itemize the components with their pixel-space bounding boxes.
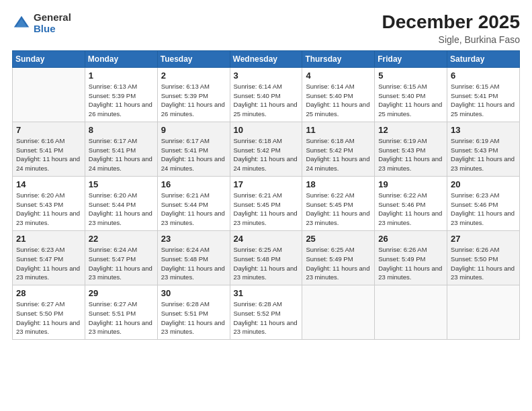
day-number: 28: [16, 288, 81, 298]
day-number: 26: [378, 234, 443, 244]
calendar-week-row: 28Sunrise: 6:27 AMSunset: 5:50 PMDayligh…: [13, 285, 520, 340]
calendar-weekday-wednesday: Wednesday: [230, 50, 302, 67]
calendar-table: SundayMondayTuesdayWednesdayThursdayFrid…: [12, 50, 520, 340]
calendar-cell: [447, 285, 520, 340]
calendar-week-row: 1Sunrise: 6:13 AMSunset: 5:39 PMDaylight…: [13, 67, 520, 122]
day-number: 29: [89, 288, 154, 298]
day-number: 13: [451, 125, 516, 135]
day-number: 19: [378, 179, 443, 189]
logo-general-text: General: [34, 12, 71, 24]
day-number: 6: [451, 71, 516, 81]
title-section: December 2025 Sigle, Burkina Faso: [382, 12, 520, 45]
calendar-cell: 22Sunrise: 6:24 AMSunset: 5:47 PMDayligh…: [85, 230, 157, 285]
calendar-week-row: 7Sunrise: 6:16 AMSunset: 5:41 PMDaylight…: [13, 122, 520, 176]
calendar-cell: 27Sunrise: 6:26 AMSunset: 5:50 PMDayligh…: [447, 230, 520, 285]
calendar-cell: 19Sunrise: 6:22 AMSunset: 5:46 PMDayligh…: [375, 176, 447, 230]
calendar-weekday-tuesday: Tuesday: [157, 50, 230, 67]
day-info: Sunrise: 6:25 AMSunset: 5:49 PMDaylight:…: [306, 245, 371, 282]
calendar-header-row: SundayMondayTuesdayWednesdayThursdayFrid…: [13, 50, 520, 67]
calendar-cell: 16Sunrise: 6:21 AMSunset: 5:44 PMDayligh…: [157, 176, 230, 230]
day-info: Sunrise: 6:13 AMSunset: 5:39 PMDaylight:…: [161, 82, 226, 119]
day-info: Sunrise: 6:17 AMSunset: 5:41 PMDaylight:…: [89, 136, 154, 173]
calendar-cell: [375, 285, 447, 340]
calendar-cell: 9Sunrise: 6:17 AMSunset: 5:41 PMDaylight…: [157, 122, 230, 176]
day-number: 7: [16, 125, 81, 135]
day-number: 8: [89, 125, 154, 135]
calendar-weekday-monday: Monday: [85, 50, 157, 67]
subtitle: Sigle, Burkina Faso: [382, 34, 520, 45]
day-info: Sunrise: 6:15 AMSunset: 5:40 PMDaylight:…: [378, 82, 443, 119]
calendar-cell: 13Sunrise: 6:19 AMSunset: 5:43 PMDayligh…: [447, 122, 520, 176]
day-number: 2: [161, 71, 226, 81]
day-info: Sunrise: 6:21 AMSunset: 5:44 PMDaylight:…: [161, 191, 226, 228]
day-number: 5: [378, 71, 443, 81]
day-number: 14: [16, 179, 81, 189]
calendar-weekday-friday: Friday: [375, 50, 447, 67]
calendar-cell: 21Sunrise: 6:23 AMSunset: 5:47 PMDayligh…: [13, 230, 85, 285]
day-info: Sunrise: 6:25 AMSunset: 5:48 PMDaylight:…: [234, 245, 299, 282]
calendar-cell: [13, 67, 85, 122]
day-number: 16: [161, 179, 226, 189]
day-info: Sunrise: 6:18 AMSunset: 5:42 PMDaylight:…: [306, 136, 371, 173]
day-info: Sunrise: 6:14 AMSunset: 5:40 PMDaylight:…: [306, 82, 371, 119]
logo-blue-text: Blue: [34, 24, 71, 35]
day-info: Sunrise: 6:28 AMSunset: 5:52 PMDaylight:…: [234, 300, 299, 336]
day-info: Sunrise: 6:19 AMSunset: 5:43 PMDaylight:…: [451, 136, 516, 173]
day-info: Sunrise: 6:20 AMSunset: 5:44 PMDaylight:…: [89, 191, 154, 228]
calendar-cell: 25Sunrise: 6:25 AMSunset: 5:49 PMDayligh…: [302, 230, 375, 285]
calendar-weekday-sunday: Sunday: [13, 50, 85, 67]
calendar-weekday-saturday: Saturday: [447, 50, 520, 67]
calendar-cell: 8Sunrise: 6:17 AMSunset: 5:41 PMDaylight…: [85, 122, 157, 176]
calendar-cell: 11Sunrise: 6:18 AMSunset: 5:42 PMDayligh…: [302, 122, 375, 176]
day-number: 18: [306, 179, 371, 189]
day-number: 4: [306, 71, 371, 81]
calendar-cell: 15Sunrise: 6:20 AMSunset: 5:44 PMDayligh…: [85, 176, 157, 230]
day-number: 11: [306, 125, 371, 135]
day-number: 30: [161, 288, 226, 298]
calendar-cell: 7Sunrise: 6:16 AMSunset: 5:41 PMDaylight…: [13, 122, 85, 176]
calendar-cell: 17Sunrise: 6:21 AMSunset: 5:45 PMDayligh…: [230, 176, 302, 230]
day-info: Sunrise: 6:22 AMSunset: 5:45 PMDaylight:…: [306, 191, 371, 228]
calendar-cell: 18Sunrise: 6:22 AMSunset: 5:45 PMDayligh…: [302, 176, 375, 230]
header: General Blue December 2025 Sigle, Burkin…: [12, 12, 520, 45]
day-number: 12: [378, 125, 443, 135]
logo-text: General Blue: [34, 12, 71, 34]
day-number: 3: [234, 71, 299, 81]
calendar-cell: 24Sunrise: 6:25 AMSunset: 5:48 PMDayligh…: [230, 230, 302, 285]
day-number: 17: [234, 179, 299, 189]
calendar-cell: 26Sunrise: 6:26 AMSunset: 5:49 PMDayligh…: [375, 230, 447, 285]
day-number: 22: [89, 234, 154, 244]
day-number: 21: [16, 234, 81, 244]
day-number: 10: [234, 125, 299, 135]
calendar-week-row: 21Sunrise: 6:23 AMSunset: 5:47 PMDayligh…: [13, 230, 520, 285]
logo: General Blue: [12, 12, 71, 34]
day-number: 25: [306, 234, 371, 244]
day-info: Sunrise: 6:28 AMSunset: 5:51 PMDaylight:…: [161, 300, 226, 336]
calendar-cell: 5Sunrise: 6:15 AMSunset: 5:40 PMDaylight…: [375, 67, 447, 122]
day-info: Sunrise: 6:21 AMSunset: 5:45 PMDaylight:…: [234, 191, 299, 228]
calendar-cell: 29Sunrise: 6:27 AMSunset: 5:51 PMDayligh…: [85, 285, 157, 340]
calendar-cell: 14Sunrise: 6:20 AMSunset: 5:43 PMDayligh…: [13, 176, 85, 230]
day-number: 23: [161, 234, 226, 244]
day-info: Sunrise: 6:22 AMSunset: 5:46 PMDaylight:…: [378, 191, 443, 228]
day-info: Sunrise: 6:14 AMSunset: 5:40 PMDaylight:…: [234, 82, 299, 119]
day-info: Sunrise: 6:23 AMSunset: 5:46 PMDaylight:…: [451, 191, 516, 228]
day-info: Sunrise: 6:18 AMSunset: 5:42 PMDaylight:…: [234, 136, 299, 173]
calendar-cell: 23Sunrise: 6:24 AMSunset: 5:48 PMDayligh…: [157, 230, 230, 285]
day-info: Sunrise: 6:27 AMSunset: 5:51 PMDaylight:…: [89, 300, 154, 336]
day-info: Sunrise: 6:19 AMSunset: 5:43 PMDaylight:…: [378, 136, 443, 173]
calendar-weekday-thursday: Thursday: [302, 50, 375, 67]
calendar-cell: 6Sunrise: 6:15 AMSunset: 5:41 PMDaylight…: [447, 67, 520, 122]
day-number: 24: [234, 234, 299, 244]
day-info: Sunrise: 6:27 AMSunset: 5:50 PMDaylight:…: [16, 300, 81, 336]
calendar-cell: [302, 285, 375, 340]
calendar-week-row: 14Sunrise: 6:20 AMSunset: 5:43 PMDayligh…: [13, 176, 520, 230]
day-info: Sunrise: 6:15 AMSunset: 5:41 PMDaylight:…: [451, 82, 516, 119]
day-number: 15: [89, 179, 154, 189]
main-title: December 2025: [382, 12, 520, 33]
day-number: 31: [234, 288, 299, 298]
calendar-cell: 4Sunrise: 6:14 AMSunset: 5:40 PMDaylight…: [302, 67, 375, 122]
day-info: Sunrise: 6:16 AMSunset: 5:41 PMDaylight:…: [16, 136, 81, 173]
day-info: Sunrise: 6:24 AMSunset: 5:47 PMDaylight:…: [89, 245, 154, 282]
calendar-cell: 1Sunrise: 6:13 AMSunset: 5:39 PMDaylight…: [85, 67, 157, 122]
